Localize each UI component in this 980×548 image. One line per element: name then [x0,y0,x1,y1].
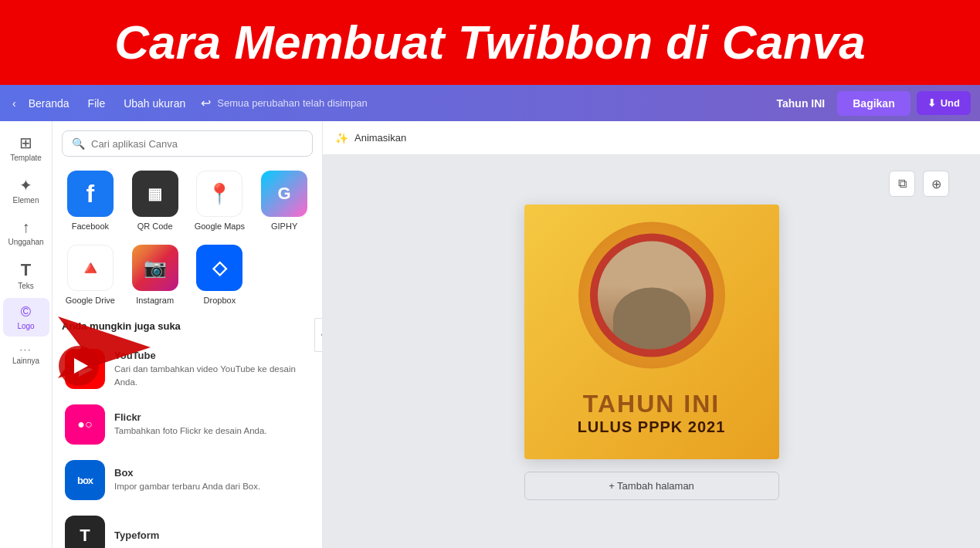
search-icon: 🔍 [72,137,85,150]
app-label-facebook: Facebook [72,222,109,231]
canvas-circle-inner [590,234,714,357]
download-label: Und [941,97,960,109]
box-desc: Impor gambar terbaru Anda dari Box. [114,480,260,492]
lainnya-icon: ··· [19,344,32,355]
app-list-flickr[interactable]: ●○ Flickr Tambahkan foto Flickr ke desai… [62,397,313,452]
youtube-desc: Cari dan tambahkan video YouTube ke desa… [114,363,310,387]
canvas-text-tahun: TAHUN INI [524,390,779,418]
sidebar-label-teks: Teks [18,282,34,290]
dropbox-icon: ◇ [196,245,242,291]
animate-sparkle-icon: ✨ [335,132,348,144]
sidebar-label-lainnya: Lainnya [12,357,39,365]
sidebar-label-elemen: Elemen [13,196,39,205]
app-item-googlemaps[interactable]: 📍 Google Maps [192,167,249,234]
suggestions-title: Anda mungkin juga suka [62,320,313,332]
teks-icon: T [21,260,31,280]
search-input[interactable] [91,138,303,150]
nav-beranda[interactable]: Beranda [19,85,79,121]
flickr-name: Flickr [114,411,267,423]
copy-page-button[interactable]: ⧉ [889,171,915,197]
app-item-dropbox[interactable]: ◇ Dropbox [192,242,249,308]
template-icon: ⊞ [19,134,32,152]
person-photo [598,242,706,350]
app-label-dropbox: Dropbox [204,296,236,305]
flickr-icon: ●○ [65,404,105,445]
nav-ubah-ukuran[interactable]: Ubah ukuran [114,85,195,121]
canvas-circle-outer [578,222,725,369]
box-name: Box [114,467,260,479]
app-item-instagram[interactable]: 📷 Instagram [127,242,184,308]
sidebar-item-lainnya[interactable]: ··· Lainnya [3,338,49,371]
bagikan-button[interactable]: Bagikan [837,91,910,116]
animate-label[interactable]: Animasikan [354,132,406,144]
sidebar-item-unggahan[interactable]: ↑ Unggahan [3,212,49,252]
youtube-name: YouTube [114,350,310,361]
canvas-text-lulus: LULUS PPPK 2021 [524,418,779,436]
panel-collapse-button[interactable]: ‹ [314,318,323,352]
flickr-desc: Tambahkan foto Flickr ke desain Anda. [114,425,267,437]
app-label-instagram: Instagram [136,296,174,305]
undo-icon[interactable]: ↩ [195,96,217,110]
canvas-toolbar: ⧉ ⊕ [889,171,949,197]
qrcode-icon: ▦ [132,171,178,217]
elemen-icon: ✦ [19,176,32,195]
sidebar-item-logo[interactable]: © Logo [3,298,49,337]
search-box[interactable]: 🔍 [62,130,313,157]
apps-grid: f Facebook ▦ QR Code 📍 Google Maps G GIP… [62,167,313,308]
typeform-icon: T [65,516,105,548]
app-label-googledrive: Google Drive [66,296,115,305]
add-page-button[interactable]: + Tambah halaman [524,472,779,500]
typeform-info: Typeform [114,529,159,543]
apps-panel: 🔍 f Facebook ▦ QR Code 📍 Google Maps G [53,121,323,548]
canvas-text-area: TAHUN INI LULUS PPPK 2021 [524,390,779,436]
design-canvas[interactable]: TAHUN INI LULUS PPPK 2021 [524,205,779,459]
sidebar-item-teks[interactable]: T Teks [3,254,49,296]
sidebar-item-template[interactable]: ⊞ Template [3,127,49,168]
canvas-area: ✨ Animasikan ⧉ ⊕ [323,121,980,548]
app-item-facebook[interactable]: f Facebook [62,167,119,234]
nav-file[interactable]: File [79,85,115,121]
add-page-above-button[interactable]: ⊕ [923,171,949,197]
saved-text: Semua perubahan telah disimpan [217,97,764,109]
googlemaps-icon: 📍 [196,171,242,217]
title-banner: Cara Membuat Twibbon di Canva [0,0,980,85]
flickr-info: Flickr Tambahkan foto Flickr ke desain A… [114,411,267,437]
app-list-box[interactable]: box Box Impor gambar terbaru Anda dari B… [62,452,313,508]
top-nav: ‹ Beranda File Ubah ukuran ↩ Semua perub… [0,85,980,121]
sidebar-label-template: Template [10,154,42,162]
sidebar-item-elemen[interactable]: ✦ Elemen [3,170,49,211]
nav-tahun-label: Tahun INI [765,97,838,110]
download-icon: ⬇ [927,97,936,109]
instagram-icon: 📷 [132,245,178,291]
box-info: Box Impor gambar terbaru Anda dari Box. [114,467,260,492]
googledrive-icon: 🔺 [67,245,114,291]
facebook-icon: f [67,171,114,217]
logo-icon: © [21,304,31,320]
app-label-qrcode: QR Code [137,222,173,231]
app-list-typeform[interactable]: T Typeform [62,508,313,548]
app-item-googledrive[interactable]: 🔺 Google Drive [62,242,119,308]
back-chevron-icon[interactable]: ‹ [9,97,19,110]
banner-title: Cara Membuat Twibbon di Canva [114,16,866,69]
sidebar-label-logo: Logo [17,322,34,330]
app-list-youtube[interactable]: ▶ YouTube Cari dan tambahkan video YouTu… [62,341,313,397]
giphy-icon: G [261,171,307,217]
download-button[interactable]: ⬇ Und [917,91,971,115]
app-label-giphy: GIPHY [271,222,297,231]
person-body [613,288,690,350]
main-layout: ⊞ Template ✦ Elemen ↑ Unggahan T Teks © … [0,121,980,548]
youtube-icon: ▶ [65,349,105,389]
canvas-container: ⧉ ⊕ TAHUN INI [323,155,980,548]
typeform-name: Typeform [114,529,159,541]
app-item-qrcode[interactable]: ▦ QR Code [127,167,184,234]
sidebar-icons: ⊞ Template ✦ Elemen ↑ Unggahan T Teks © … [0,121,53,548]
animate-bar: ✨ Animasikan [323,121,980,155]
unggahan-icon: ↑ [22,218,30,236]
youtube-info: YouTube Cari dan tambahkan video YouTube… [114,350,310,387]
app-item-giphy[interactable]: G GIPHY [256,167,313,234]
app-label-googlemaps: Google Maps [195,222,245,231]
box-icon: box [65,460,105,500]
sidebar-label-unggahan: Unggahan [8,238,43,246]
